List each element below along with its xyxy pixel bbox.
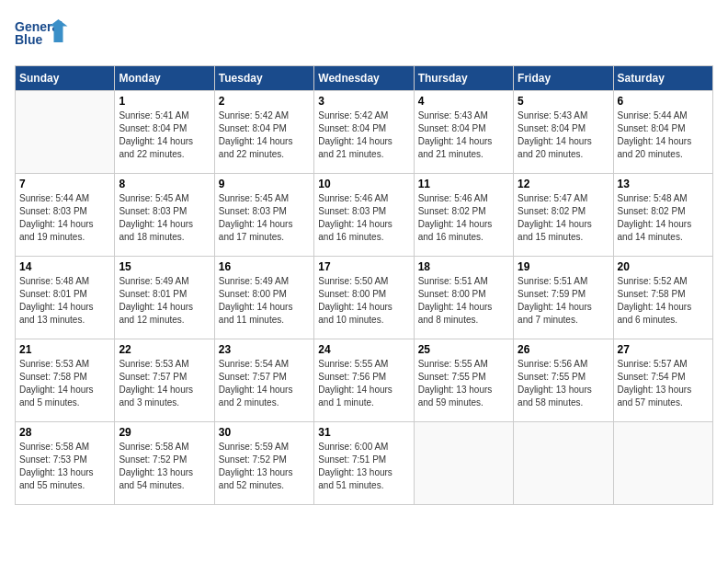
day-number: 25 — [418, 343, 509, 356]
calendar-cell — [414, 422, 513, 505]
day-number: 13 — [618, 178, 709, 190]
calendar-week-row: 1Sunrise: 5:41 AM Sunset: 8:04 PM Daylig… — [16, 91, 713, 174]
day-number: 16 — [219, 260, 310, 273]
day-info: Sunrise: 5:42 AM Sunset: 8:04 PM Dayligh… — [318, 109, 409, 161]
day-info: Sunrise: 5:55 AM Sunset: 7:56 PM Dayligh… — [318, 358, 409, 409]
calendar-week-row: 7Sunrise: 5:44 AM Sunset: 8:03 PM Daylig… — [16, 174, 713, 257]
day-number: 21 — [19, 343, 110, 356]
calendar-cell: 18Sunrise: 5:51 AM Sunset: 8:00 PM Dayli… — [414, 257, 513, 339]
calendar-cell: 3Sunrise: 5:42 AM Sunset: 8:04 PM Daylig… — [314, 91, 414, 174]
day-number: 22 — [119, 343, 210, 356]
calendar-cell: 4Sunrise: 5:43 AM Sunset: 8:04 PM Daylig… — [414, 91, 513, 174]
day-number: 26 — [518, 343, 609, 356]
day-number: 31 — [318, 426, 409, 439]
calendar-cell: 1Sunrise: 5:41 AM Sunset: 8:04 PM Daylig… — [115, 91, 214, 174]
calendar-cell: 13Sunrise: 5:48 AM Sunset: 8:02 PM Dayli… — [613, 174, 712, 257]
day-number: 6 — [618, 95, 709, 108]
day-number: 3 — [318, 95, 409, 108]
day-number: 14 — [19, 260, 110, 273]
day-number: 28 — [19, 426, 110, 439]
calendar-cell: 28Sunrise: 5:58 AM Sunset: 7:53 PM Dayli… — [16, 422, 115, 505]
calendar-cell: 10Sunrise: 5:46 AM Sunset: 8:03 PM Dayli… — [314, 174, 414, 257]
calendar-cell: 25Sunrise: 5:55 AM Sunset: 7:55 PM Dayli… — [414, 339, 513, 422]
calendar-cell: 26Sunrise: 5:56 AM Sunset: 7:55 PM Dayli… — [514, 339, 613, 422]
day-info: Sunrise: 5:58 AM Sunset: 7:52 PM Dayligh… — [119, 441, 210, 492]
day-number: 30 — [219, 426, 310, 439]
day-number: 18 — [418, 260, 509, 273]
day-number: 8 — [119, 178, 210, 190]
calendar-cell: 22Sunrise: 5:53 AM Sunset: 7:57 PM Dayli… — [115, 339, 214, 422]
day-info: Sunrise: 5:48 AM Sunset: 8:02 PM Dayligh… — [618, 192, 709, 244]
weekday-header: Tuesday — [214, 66, 313, 91]
calendar-cell: 20Sunrise: 5:52 AM Sunset: 7:58 PM Dayli… — [613, 257, 712, 339]
day-number: 29 — [119, 426, 210, 439]
day-info: Sunrise: 5:52 AM Sunset: 7:58 PM Dayligh… — [618, 275, 709, 327]
weekday-header: Friday — [514, 66, 613, 91]
day-number: 7 — [19, 178, 110, 190]
day-info: Sunrise: 5:50 AM Sunset: 8:00 PM Dayligh… — [318, 275, 409, 327]
calendar-cell: 24Sunrise: 5:55 AM Sunset: 7:56 PM Dayli… — [314, 339, 414, 422]
calendar-cell: 9Sunrise: 5:45 AM Sunset: 8:03 PM Daylig… — [214, 174, 313, 257]
weekday-header: Monday — [115, 66, 214, 91]
day-info: Sunrise: 5:56 AM Sunset: 7:55 PM Dayligh… — [518, 358, 609, 409]
day-number: 11 — [418, 178, 509, 190]
calendar-cell: 16Sunrise: 5:49 AM Sunset: 8:00 PM Dayli… — [214, 257, 313, 339]
day-number: 9 — [219, 178, 310, 190]
calendar-cell: 14Sunrise: 5:48 AM Sunset: 8:01 PM Dayli… — [16, 257, 115, 339]
day-info: Sunrise: 5:57 AM Sunset: 7:54 PM Dayligh… — [618, 358, 709, 409]
weekday-header: Thursday — [414, 66, 513, 91]
day-number: 24 — [318, 343, 409, 356]
day-number: 19 — [518, 260, 609, 273]
day-number: 2 — [219, 95, 310, 108]
day-number: 17 — [318, 260, 409, 273]
day-info: Sunrise: 5:45 AM Sunset: 8:03 PM Dayligh… — [219, 192, 310, 244]
day-info: Sunrise: 5:41 AM Sunset: 8:04 PM Dayligh… — [119, 109, 210, 161]
day-number: 10 — [318, 178, 409, 190]
day-info: Sunrise: 5:43 AM Sunset: 8:04 PM Dayligh… — [418, 109, 509, 161]
calendar-cell — [16, 91, 115, 174]
calendar-cell: 30Sunrise: 5:59 AM Sunset: 7:52 PM Dayli… — [214, 422, 313, 505]
day-info: Sunrise: 5:44 AM Sunset: 8:03 PM Dayligh… — [19, 192, 110, 244]
weekday-header: Sunday — [16, 66, 115, 91]
calendar-cell: 21Sunrise: 5:53 AM Sunset: 7:58 PM Dayli… — [16, 339, 115, 422]
day-info: Sunrise: 5:49 AM Sunset: 8:00 PM Dayligh… — [219, 275, 310, 327]
weekday-header: Saturday — [613, 66, 712, 91]
day-info: Sunrise: 5:51 AM Sunset: 8:00 PM Dayligh… — [418, 275, 509, 327]
day-number: 4 — [418, 95, 509, 108]
day-number: 15 — [119, 260, 210, 273]
day-info: Sunrise: 5:42 AM Sunset: 8:04 PM Dayligh… — [219, 109, 310, 161]
day-info: Sunrise: 6:00 AM Sunset: 7:51 PM Dayligh… — [318, 441, 409, 492]
day-info: Sunrise: 5:59 AM Sunset: 7:52 PM Dayligh… — [219, 441, 310, 492]
calendar-cell: 31Sunrise: 6:00 AM Sunset: 7:51 PM Dayli… — [314, 422, 414, 505]
day-info: Sunrise: 5:45 AM Sunset: 8:03 PM Dayligh… — [119, 192, 210, 244]
calendar-week-row: 28Sunrise: 5:58 AM Sunset: 7:53 PM Dayli… — [16, 422, 713, 505]
day-info: Sunrise: 5:47 AM Sunset: 8:02 PM Dayligh… — [518, 192, 609, 244]
calendar-week-row: 21Sunrise: 5:53 AM Sunset: 7:58 PM Dayli… — [16, 339, 713, 422]
calendar-cell: 12Sunrise: 5:47 AM Sunset: 8:02 PM Dayli… — [514, 174, 613, 257]
logo-svg: General Blue — [15, 15, 70, 56]
logo: General Blue — [15, 15, 70, 56]
calendar-cell: 11Sunrise: 5:46 AM Sunset: 8:02 PM Dayli… — [414, 174, 513, 257]
calendar-cell: 6Sunrise: 5:44 AM Sunset: 8:04 PM Daylig… — [613, 91, 712, 174]
weekday-header-row: SundayMondayTuesdayWednesdayThursdayFrid… — [16, 66, 713, 91]
day-number: 5 — [518, 95, 609, 108]
calendar-cell: 8Sunrise: 5:45 AM Sunset: 8:03 PM Daylig… — [115, 174, 214, 257]
svg-text:Blue: Blue — [15, 32, 43, 47]
day-number: 12 — [518, 178, 609, 190]
calendar-cell — [613, 422, 712, 505]
day-info: Sunrise: 5:43 AM Sunset: 8:04 PM Dayligh… — [518, 109, 609, 161]
header: General Blue — [15, 15, 713, 56]
day-info: Sunrise: 5:53 AM Sunset: 7:58 PM Dayligh… — [19, 358, 110, 409]
day-info: Sunrise: 5:55 AM Sunset: 7:55 PM Dayligh… — [418, 358, 509, 409]
day-info: Sunrise: 5:53 AM Sunset: 7:57 PM Dayligh… — [119, 358, 210, 409]
calendar-cell: 19Sunrise: 5:51 AM Sunset: 7:59 PM Dayli… — [514, 257, 613, 339]
calendar: SundayMondayTuesdayWednesdayThursdayFrid… — [15, 65, 713, 505]
day-info: Sunrise: 5:51 AM Sunset: 7:59 PM Dayligh… — [518, 275, 609, 327]
calendar-cell: 5Sunrise: 5:43 AM Sunset: 8:04 PM Daylig… — [514, 91, 613, 174]
calendar-cell: 27Sunrise: 5:57 AM Sunset: 7:54 PM Dayli… — [613, 339, 712, 422]
calendar-cell — [514, 422, 613, 505]
day-info: Sunrise: 5:44 AM Sunset: 8:04 PM Dayligh… — [618, 109, 709, 161]
day-number: 23 — [219, 343, 310, 356]
calendar-cell: 2Sunrise: 5:42 AM Sunset: 8:04 PM Daylig… — [214, 91, 313, 174]
calendar-cell: 29Sunrise: 5:58 AM Sunset: 7:52 PM Dayli… — [115, 422, 214, 505]
